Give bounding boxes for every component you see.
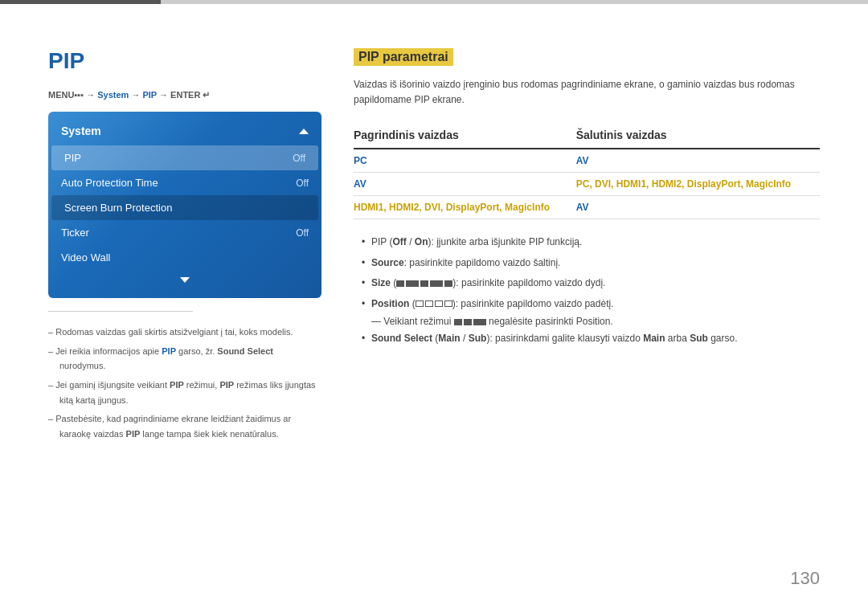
table-cell-sub-2: PC, DVI, HDMI1, HDMI2, DisplayPort, Magi… xyxy=(576,173,820,196)
table-header-main: Pagrindinis vaizdas xyxy=(354,124,576,149)
menu-item-auto-protection-value: Off xyxy=(296,178,309,189)
bullet-pip-label: PIP (Off / On): įjunkite arba išjunkite … xyxy=(371,236,582,247)
sq5 xyxy=(444,280,452,287)
menu-path-prefix: MENU▪▪▪ → xyxy=(48,90,97,100)
left-column: PIP MENU▪▪▪ → System → PIP → ENTER ↵ Sys… xyxy=(48,40,321,446)
menu-item-pip[interactable]: PIP Off xyxy=(51,145,318,170)
sq3 xyxy=(420,280,428,287)
pos-sq3 xyxy=(435,300,443,307)
menu-item-pip-value: Off xyxy=(293,153,305,164)
mode-sq2 xyxy=(464,319,472,325)
table-cell-main-1: PC xyxy=(354,149,576,173)
menu-path-system: System xyxy=(97,90,129,100)
menu-item-ticker-label: Ticker xyxy=(61,227,89,239)
menu-path-arrow2: → ENTER ↵ xyxy=(157,90,210,100)
bullet-item-pip-onoff: PIP (Off / On): įjunkite arba išjunkite … xyxy=(362,234,820,250)
position-squares-icon xyxy=(416,300,452,307)
menu-item-auto-protection[interactable]: Auto Protection Time Off xyxy=(48,170,321,195)
note-3: Jei gaminį išjungsite veikiant PIP režim… xyxy=(48,378,321,407)
bullet-list: PIP (Off / On): įjunkite arba išjunkite … xyxy=(354,234,820,312)
pip-table: Pagrindinis vaizdas Šalutinis vaizdas PC… xyxy=(354,124,820,219)
sq4 xyxy=(430,280,443,287)
table-cell-main-3: HDMI1, HDMI2, DVI, DisplayPort, MagicInf… xyxy=(354,196,576,219)
sq2 xyxy=(406,280,419,287)
pip-title: PIP xyxy=(48,48,321,74)
table-row: AV PC, DVI, HDMI1, HDMI2, DisplayPort, M… xyxy=(354,173,820,196)
mode-sq3 xyxy=(473,319,486,325)
menu-item-video-wall-label: Video Wall xyxy=(61,251,110,264)
system-menu-title: System xyxy=(48,121,321,145)
bullet-position-label: Position (): pasirinkite papildomo vaizd… xyxy=(371,298,613,309)
system-menu-title-text: System xyxy=(61,125,101,137)
bullet-item-size: Size (): pasirinkite papildomo vaizdo dy… xyxy=(362,275,820,291)
bullet-item-position: Position (): pasirinkite papildomo vaizd… xyxy=(362,296,820,312)
table-header-sub: Šalutinis vaizdas xyxy=(576,124,820,149)
table-cell-sub-3: AV xyxy=(576,196,820,219)
pip-description: Vaizdas iš išorinio vaizdo įrenginio bus… xyxy=(354,77,820,108)
note-4: Pastebėsite, kad pagrindiniame ekrane le… xyxy=(48,411,321,441)
menu-path-arrow1: → xyxy=(129,90,142,100)
menu-path-pip: PIP xyxy=(142,90,157,100)
bullet-size-label: Size (): pasirinkite papildomo vaizdo dy… xyxy=(371,277,605,288)
arrow-down-icon xyxy=(180,277,190,283)
menu-item-screen-burn-label: Screen Burn Protection xyxy=(64,202,172,214)
pos-sq4 xyxy=(444,300,452,307)
pos-sq1 xyxy=(416,300,424,307)
indent-note-position: — Veikiant režimui negalėsite pasirinkti… xyxy=(354,316,820,327)
notes-section: Rodomas vaizdas gali skirtis atsižvelgia… xyxy=(48,325,321,442)
bullet-list-sound: Sound Select (Main / Sub): pasirinkdami … xyxy=(354,330,820,346)
mode-sq1 xyxy=(454,319,462,325)
menu-path: MENU▪▪▪ → System → PIP → ENTER ↵ xyxy=(48,90,321,100)
pip-parametrai-title: PIP parametrai xyxy=(354,48,453,66)
size-squares-icon xyxy=(396,280,452,287)
menu-item-screen-burn[interactable]: Screen Burn Protection xyxy=(51,195,318,220)
page-number: 130 xyxy=(790,568,820,589)
note-2: Jei reikia informacijos apie PIP garso, … xyxy=(48,344,321,374)
menu-item-video-wall[interactable]: Video Wall xyxy=(48,245,321,270)
bullet-item-sound-select: Sound Select (Main / Sub): pasirinkdami … xyxy=(362,330,820,346)
table-cell-sub-1: AV xyxy=(576,149,820,173)
sq1 xyxy=(396,280,404,287)
mode-squares-icon xyxy=(454,319,486,325)
bullet-item-source: Source: pasirinkite papildomo vaizdo šal… xyxy=(362,255,820,271)
table-row: HDMI1, HDMI2, DVI, DisplayPort, MagicInf… xyxy=(354,196,820,219)
menu-item-pip-label: PIP xyxy=(64,152,81,164)
right-column: PIP parametrai Vaizdas iš išorinio vaizd… xyxy=(354,40,820,446)
arrow-up-icon xyxy=(299,129,309,134)
table-row: PC AV xyxy=(354,149,820,173)
content-wrapper: PIP MENU▪▪▪ → System → PIP → ENTER ↵ Sys… xyxy=(48,40,820,446)
bullet-source-label: Source: pasirinkite papildomo vaizdo šal… xyxy=(371,257,560,268)
menu-item-auto-protection-label: Auto Protection Time xyxy=(61,177,158,189)
menu-item-ticker-value: Off xyxy=(296,227,309,239)
arrow-down-container xyxy=(48,270,321,288)
note-1: Rodomas vaizdas gali skirtis atsižvelgia… xyxy=(48,325,321,340)
divider xyxy=(48,311,193,312)
page-container: PIP MENU▪▪▪ → System → PIP → ENTER ↵ Sys… xyxy=(0,0,868,613)
system-menu: System PIP Off Auto Protection Time Off … xyxy=(48,112,321,298)
table-cell-main-2: AV xyxy=(354,173,576,196)
menu-item-ticker[interactable]: Ticker Off xyxy=(48,220,321,245)
bullet-sound-label: Sound Select (Main / Sub): pasirinkdami … xyxy=(371,333,738,344)
pos-sq2 xyxy=(425,300,433,307)
